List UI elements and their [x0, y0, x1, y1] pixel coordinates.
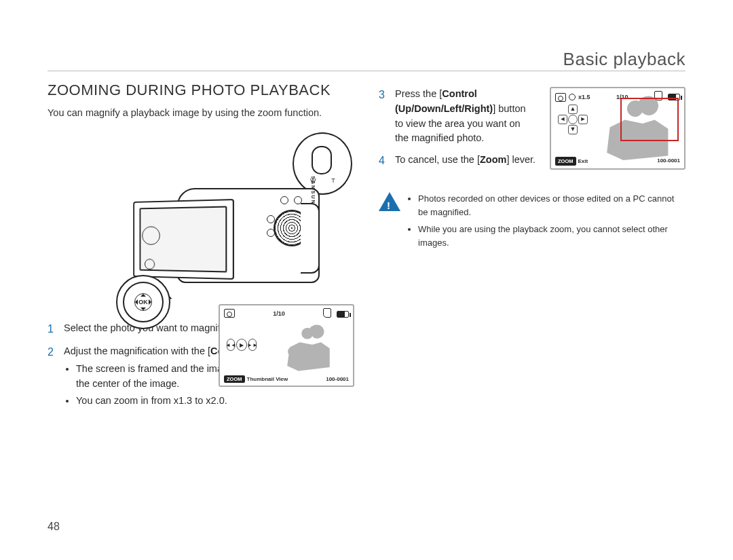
photo-mode-icon	[224, 309, 235, 318]
notes-block: ! Photos recorded on other devices or th…	[379, 192, 685, 253]
playback-controls-icon: ◄◄▶►►	[227, 337, 257, 353]
zoom-lever-callout: W T	[293, 132, 352, 195]
note-2: While you are using the playback zoom, y…	[418, 223, 685, 249]
intro-text: You can magnify a playback image by usin…	[48, 106, 354, 120]
zoom-tag-icon: ZOOM	[224, 375, 245, 383]
column-right: 3 Press the [Control (Up/Down/Left/Right…	[379, 81, 685, 499]
manual-page: Basic playback ZOOMING DURING PHOTO PLAY…	[0, 0, 733, 560]
file-number: 100-0001	[657, 157, 680, 165]
photo-mode-icon	[555, 93, 566, 102]
zoom-tag-icon: ZOOM	[555, 157, 576, 166]
note-1: Photos recorded on other devices or thos…	[418, 192, 685, 219]
warning-icon: !	[379, 192, 400, 214]
step2-bullet-2: You can zoom in from x1.3 to x2.0.	[76, 394, 354, 409]
content-columns: ZOOMING DURING PHOTO PLAYBACK You can ma…	[48, 81, 685, 499]
chapter-title: Basic playback	[563, 49, 685, 70]
ok-dpad-callout: OK	[116, 275, 170, 329]
nav-cross-icon: ▲▼◄►	[558, 105, 588, 134]
photo-silhouette-icon	[281, 312, 343, 375]
ok-button-icon: OK	[134, 293, 152, 311]
step-3: 3 Press the [Control (Up/Down/Left/Right…	[379, 87, 536, 146]
section-heading: ZOOMING DURING PHOTO PLAYBACK	[48, 81, 354, 99]
step-4: 4 To cancel, use the [Zoom] lever.	[379, 153, 536, 169]
file-number: 100-0001	[326, 376, 349, 382]
speaker-grille-icon	[274, 210, 310, 246]
lcd-preview-normal: 1/10 ◄◄▶►► ZOOMThumbnail View 100-0001	[219, 304, 354, 387]
zoom-lever-icon	[312, 146, 332, 174]
brand-label: SAMSUNG	[311, 176, 316, 210]
flip-lcd	[133, 199, 234, 280]
magnify-icon	[569, 94, 576, 100]
lcd-preview-zoomed: x1.5 1/10 ▲▼◄► ZOOMExi	[550, 87, 685, 170]
zoom-region-indicator	[620, 98, 679, 141]
header-rule	[48, 71, 685, 71]
page-number: 48	[48, 521, 60, 533]
column-left: ZOOMING DURING PHOTO PLAYBACK You can ma…	[48, 81, 354, 499]
camcorder-illustration: W T SAMSUNG O	[89, 132, 313, 309]
